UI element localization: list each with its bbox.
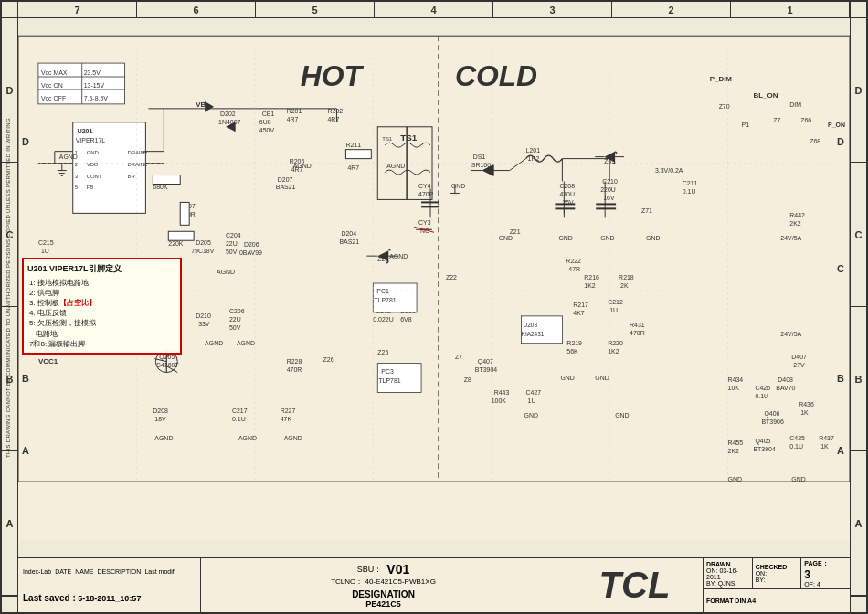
svg-text:L201: L201 bbox=[526, 147, 541, 154]
svg-text:22U: 22U bbox=[226, 240, 238, 247]
row-label-c: C bbox=[2, 163, 17, 307]
svg-text:R227: R227 bbox=[281, 408, 296, 414]
col-label-5: 5 bbox=[256, 2, 375, 17]
last-saved-label: Last saved : bbox=[23, 593, 76, 603]
svg-text:AGND: AGND bbox=[205, 340, 223, 346]
svg-text:C212: C212 bbox=[608, 299, 623, 305]
info-item-5b: 电路地 bbox=[29, 329, 176, 339]
sbu-row: SBU： V01 bbox=[357, 562, 409, 577]
svg-text:18V: 18V bbox=[154, 416, 166, 422]
last-saved-date: 5-18-2011_10:57 bbox=[78, 594, 141, 603]
svg-text:P1: P1 bbox=[742, 122, 750, 128]
format-row: FORMAT DIN A4 bbox=[704, 589, 850, 612]
pe-number: PE421C5 bbox=[365, 599, 401, 609]
svg-text:Z8: Z8 bbox=[464, 376, 471, 383]
svg-text:FB: FB bbox=[87, 185, 94, 190]
svg-text:R437: R437 bbox=[819, 435, 834, 441]
row-label-right-d: D bbox=[851, 18, 866, 163]
title-right: DRAWN ON: 03-16-2011 BY: QJNS CHECKED ON… bbox=[704, 558, 850, 612]
svg-text:0BAV99: 0BAV99 bbox=[239, 249, 262, 256]
svg-text:7.5-8.5V: 7.5-8.5V bbox=[84, 95, 109, 101]
svg-text:CONT: CONT bbox=[87, 174, 102, 179]
row-labels-left: D C B A bbox=[2, 18, 18, 596]
svg-text:0.1U: 0.1U bbox=[755, 393, 768, 399]
svg-text:Q407: Q407 bbox=[478, 358, 493, 365]
svg-text:AGND: AGND bbox=[154, 435, 173, 441]
svg-text:D206: D206 bbox=[244, 241, 259, 248]
svg-text:D: D bbox=[22, 136, 29, 147]
svg-text:C211: C211 bbox=[683, 180, 698, 186]
svg-text:BR: BR bbox=[127, 174, 135, 179]
svg-text:R220: R220 bbox=[608, 340, 623, 346]
svg-text:AGND: AGND bbox=[284, 435, 302, 441]
svg-text:GND: GND bbox=[595, 375, 609, 381]
svg-text:4R7: 4R7 bbox=[287, 116, 299, 122]
svg-text:Vcc MAX: Vcc MAX bbox=[41, 69, 68, 76]
last-saved-row: Last saved : 5-18-2011_10:57 bbox=[23, 593, 196, 603]
svg-text:D204: D204 bbox=[341, 230, 356, 237]
svg-text:24V/5A: 24V/5A bbox=[780, 331, 801, 337]
svg-text:Z25: Z25 bbox=[377, 349, 388, 355]
svg-rect-242 bbox=[168, 231, 194, 240]
svg-text:Vcc OFF: Vcc OFF bbox=[41, 95, 66, 101]
svg-text:D407: D407 bbox=[791, 354, 807, 360]
svg-text:27V: 27V bbox=[793, 362, 805, 368]
page-label: PAGE： bbox=[804, 559, 847, 568]
svg-text:DS1: DS1 bbox=[473, 154, 486, 160]
info-item-2: 2: 供电脚 bbox=[29, 288, 176, 298]
svg-text:D408: D408 bbox=[778, 376, 793, 383]
col-label-6: 6 bbox=[137, 2, 256, 17]
sbu-label: SBU： bbox=[357, 564, 383, 576]
drawn-row: DRAWN ON: 03-16-2011 BY: QJNS CHECKED ON… bbox=[704, 558, 850, 589]
svg-text:B: B bbox=[837, 373, 844, 384]
info-box-title: U201 VIPER17L引脚定义 bbox=[27, 263, 176, 275]
svg-text:U203: U203 bbox=[524, 322, 538, 328]
svg-text:C204: C204 bbox=[226, 232, 241, 238]
col-label-1: 1 bbox=[731, 2, 850, 17]
svg-text:Z66: Z66 bbox=[800, 117, 811, 123]
name-label: NAME bbox=[75, 568, 93, 575]
svg-text:VIPER17L: VIPER17L bbox=[76, 137, 106, 143]
svg-text:PC3: PC3 bbox=[381, 368, 394, 375]
svg-text:56K: 56K bbox=[566, 348, 578, 355]
svg-text:PC1: PC1 bbox=[376, 288, 389, 294]
svg-text:R218: R218 bbox=[619, 274, 634, 281]
svg-text:Z71: Z71 bbox=[641, 207, 652, 214]
svg-text:U201: U201 bbox=[78, 128, 93, 134]
svg-text:0.1U: 0.1U bbox=[789, 443, 803, 450]
svg-text:GND: GND bbox=[600, 235, 614, 241]
svg-text:CY4: CY4 bbox=[418, 183, 431, 189]
svg-rect-241 bbox=[180, 202, 189, 225]
svg-text:D205: D205 bbox=[196, 239, 211, 246]
col-label-3: 3 bbox=[493, 2, 612, 17]
svg-text:A: A bbox=[22, 445, 29, 456]
svg-text:D210: D210 bbox=[196, 312, 211, 319]
schematic-container: THIS DRAWING CANNOT BE COMMUNICATED TO U… bbox=[0, 0, 868, 614]
svg-text:470U: 470U bbox=[559, 191, 575, 197]
svg-text:0.1U: 0.1U bbox=[683, 188, 696, 195]
svg-text:D208: D208 bbox=[153, 408, 168, 414]
svg-text:470R: 470R bbox=[287, 366, 302, 373]
svg-text:B: B bbox=[22, 373, 29, 384]
svg-text:47R: 47R bbox=[568, 266, 580, 272]
svg-text:BAS21: BAS21 bbox=[276, 184, 296, 190]
svg-text:AGND: AGND bbox=[217, 269, 235, 275]
svg-text:22U: 22U bbox=[229, 316, 241, 323]
svg-text:3.3V/0.2A: 3.3V/0.2A bbox=[655, 167, 683, 174]
svg-text:CY3: CY3 bbox=[418, 219, 431, 226]
svg-text:4R7: 4R7 bbox=[328, 116, 340, 122]
svg-text:Z21: Z21 bbox=[510, 228, 521, 235]
svg-rect-240 bbox=[153, 175, 180, 185]
svg-text:CE1: CE1 bbox=[262, 111, 275, 117]
index-lab-label: Index-Lab bbox=[23, 568, 51, 575]
svg-text:A: A bbox=[837, 445, 844, 456]
svg-text:Z26: Z26 bbox=[323, 356, 334, 363]
svg-text:2K2: 2K2 bbox=[789, 220, 801, 227]
svg-text:470R: 470R bbox=[630, 330, 645, 336]
svg-text:1N4007: 1N4007 bbox=[218, 119, 240, 125]
svg-text:6V8: 6V8 bbox=[400, 316, 412, 323]
row-label-right-b: B bbox=[851, 307, 866, 451]
svg-text:R434: R434 bbox=[728, 376, 744, 383]
row-label-right-c: C bbox=[851, 163, 866, 307]
svg-text:2K2: 2K2 bbox=[728, 448, 740, 454]
